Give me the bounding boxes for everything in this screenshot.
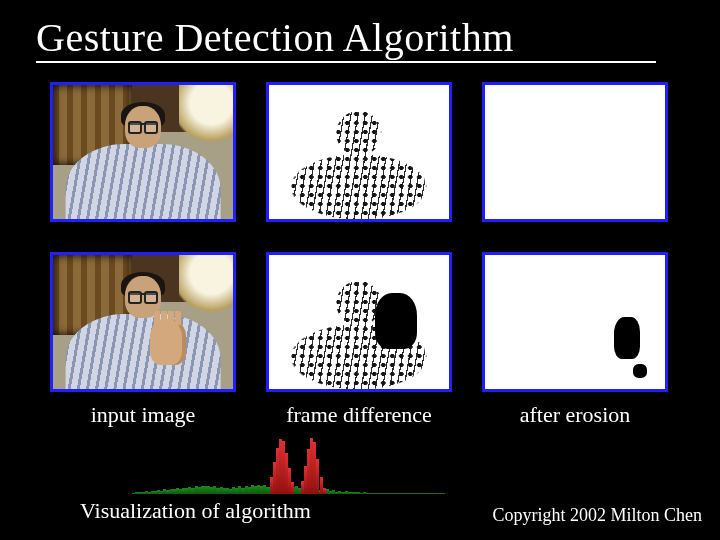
input-photo <box>53 255 233 389</box>
after-erosion-2 <box>482 252 668 392</box>
residual-blob-small <box>633 364 647 378</box>
window-light <box>179 255 233 315</box>
slide-title: Gesture Detection Algorithm <box>36 14 514 61</box>
subject-torso <box>66 314 221 389</box>
subject-hand <box>150 319 186 365</box>
column-label-framediff: frame difference <box>266 402 452 428</box>
diff-silhouette <box>280 112 438 219</box>
title-underline <box>36 61 656 63</box>
subject-glasses <box>128 293 158 301</box>
window-light <box>179 85 233 145</box>
frame-difference-1 <box>266 82 452 222</box>
image-grid <box>50 82 670 392</box>
copyright-text: Copyright 2002 Milton Chen <box>492 505 702 526</box>
after-erosion-1 <box>482 82 668 222</box>
column-labels: input image frame difference after erosi… <box>50 402 670 428</box>
frame-difference-2 <box>266 252 452 392</box>
input-photo <box>53 85 233 219</box>
subject-glasses <box>128 123 158 131</box>
histogram-bars <box>132 436 444 494</box>
erosion-visual <box>485 255 665 389</box>
subject-torso <box>66 144 221 219</box>
residual-blob <box>614 317 640 359</box>
column-label-input: input image <box>50 402 236 428</box>
input-image-frame-1 <box>50 82 236 222</box>
slide: Gesture Detection Algorithm <box>0 0 720 540</box>
erosion-visual <box>485 85 665 219</box>
histogram-panel <box>132 436 444 494</box>
histogram-bar-bg <box>441 493 444 494</box>
frame-diff-visual <box>269 85 449 219</box>
input-image-frame-2 <box>50 252 236 392</box>
histogram-caption: Visualization of algorithm <box>80 498 311 524</box>
diff-hand-blob <box>375 293 417 349</box>
column-label-erosion: after erosion <box>482 402 668 428</box>
frame-diff-visual <box>269 255 449 389</box>
